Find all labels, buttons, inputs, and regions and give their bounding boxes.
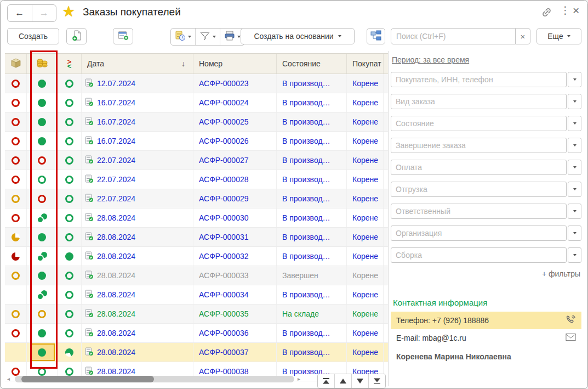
- filter-dropdown-button[interactable]: [568, 94, 581, 109]
- contact-phone-row[interactable]: Телефон: +7 (926) 188886: [391, 312, 581, 329]
- shipment-status-cell: [5, 343, 27, 362]
- filter-dropdown-button[interactable]: [568, 204, 581, 219]
- hscroll-right-arrow[interactable]: ▸: [298, 376, 300, 382]
- filter-input[interactable]: [391, 247, 567, 263]
- table-row[interactable]: 28.08.2024 АСФР-000036 В производ… Корен…: [5, 324, 388, 343]
- payment-status-icon: [38, 137, 46, 145]
- payment-status-cell: [27, 189, 58, 208]
- copy-document-button[interactable]: [66, 28, 87, 44]
- envelope-icon[interactable]: [566, 333, 576, 343]
- contact-email-row[interactable]: E-mail: mbag@1c.ru: [391, 329, 581, 347]
- filter-dropdown-button[interactable]: [568, 116, 581, 131]
- date-cell: 22.07.2024: [82, 151, 193, 170]
- shipment-status-cell: [5, 285, 27, 304]
- filter-input[interactable]: [391, 138, 567, 153]
- shipment-status-icon: [12, 252, 20, 261]
- buyer-cell: Корене: [347, 324, 384, 342]
- filter-input[interactable]: [391, 225, 567, 241]
- forward-button[interactable]: →: [32, 5, 56, 21]
- go-first-button[interactable]: [318, 374, 334, 388]
- date-cell: 28.08.2024: [82, 208, 193, 227]
- kebab-menu-icon[interactable]: ⋮: [560, 5, 570, 15]
- table-row[interactable]: 28.08.2024 АСФР-000037 В производ… Корен…: [5, 343, 388, 362]
- col-payment-header[interactable]: [27, 54, 58, 74]
- table-row[interactable]: 28.08.2024 АСФР-000030 В производ… Корен…: [5, 208, 388, 228]
- date-cell: 22.07.2024: [82, 170, 193, 189]
- filter-dropdown-button[interactable]: [568, 225, 581, 241]
- filter-dropdown-button[interactable]: [568, 160, 581, 175]
- table-row[interactable]: 16.07.2024 АСФР-000024 В производ… Корен…: [5, 93, 388, 112]
- filter-combos: [391, 72, 581, 263]
- filter-menu-button[interactable]: [195, 29, 220, 45]
- document-posted-icon: [85, 328, 94, 339]
- add-filters-link[interactable]: + фильтры: [391, 269, 580, 278]
- shipment-status-cell: [5, 247, 27, 266]
- table-row[interactable]: 28.08.2024 АСФР-000034 В производ… Корен…: [5, 285, 388, 305]
- printer-icon: [224, 31, 235, 43]
- hscrollbar-track[interactable]: [15, 376, 294, 382]
- buyer-cell: Корене: [347, 170, 384, 189]
- search-input[interactable]: [391, 28, 516, 44]
- hscroll-left-arrow[interactable]: ◂: [7, 376, 10, 382]
- postpone-menu-button[interactable]: [171, 29, 195, 45]
- col-date-header[interactable]: Дата ↓: [82, 54, 193, 74]
- filter-input[interactable]: [391, 72, 567, 87]
- col-number-header[interactable]: Номер: [193, 54, 277, 74]
- filter-input[interactable]: [391, 182, 567, 197]
- get-link-icon[interactable]: [541, 7, 552, 20]
- exchange-status-icon: [65, 291, 73, 299]
- buyer-cell: Корене: [347, 93, 384, 112]
- filter-input[interactable]: [391, 116, 567, 131]
- hscrollbar-thumb[interactable]: [21, 376, 154, 382]
- number-cell: АСФР-000030: [193, 208, 277, 227]
- payment-status-icon: [38, 368, 46, 376]
- period-link[interactable]: Период: за все время: [392, 55, 469, 64]
- create-group-button[interactable]: [113, 28, 133, 44]
- col-buyer-header[interactable]: Покупат: [347, 54, 384, 74]
- table-row[interactable]: 22.07.2024 АСФР-000029 В производ… Корен…: [5, 189, 388, 208]
- table-row[interactable]: 28.08.2024 АСФР-000033 Завершен Корене: [5, 266, 388, 285]
- related-documents-button[interactable]: [367, 28, 385, 44]
- table-row[interactable]: 16.07.2024 АСФР-000026 В производ… Корен…: [5, 132, 388, 151]
- exchange-status-cell: [58, 285, 82, 304]
- document-clock-icon: [175, 31, 186, 43]
- filter-input[interactable]: [391, 160, 567, 175]
- go-next-button[interactable]: [351, 374, 368, 388]
- filter-dropdown-button[interactable]: [568, 182, 581, 197]
- go-last-button[interactable]: [368, 374, 385, 388]
- table-row[interactable]: 16.07.2024 АСФР-000025 В производ… Корен…: [5, 112, 388, 132]
- exchange-status-cell: [58, 208, 82, 227]
- payment-status-cell: [27, 228, 58, 246]
- number-cell: АСФР-000037: [193, 343, 277, 362]
- back-button[interactable]: ←: [8, 5, 32, 21]
- filter-input[interactable]: [391, 204, 567, 219]
- table-row[interactable]: 22.07.2024 АСФР-000027 В производ… Корен…: [5, 151, 388, 170]
- col-shipment-header[interactable]: [5, 54, 27, 74]
- filter-dropdown-button[interactable]: [568, 138, 581, 153]
- exchange-status-icon: [65, 156, 73, 165]
- new-form-icon: [118, 31, 129, 42]
- col-state-header[interactable]: Состояние: [277, 54, 347, 74]
- table-row[interactable]: 28.08.2024 АСФР-000032 В производ… Корен…: [5, 247, 388, 266]
- search-clear-button[interactable]: ×: [516, 28, 530, 44]
- close-icon[interactable]: ×: [573, 4, 579, 17]
- table-row[interactable]: 28.08.2024 АСФР-000031 В производ… Корен…: [5, 228, 388, 247]
- favorite-star-icon[interactable]: ★: [62, 3, 75, 20]
- date-cell: 16.07.2024: [82, 93, 193, 112]
- table-row[interactable]: 12.07.2024 АСФР-000023 В производ… Корен…: [5, 74, 388, 93]
- filter-input[interactable]: [391, 94, 567, 109]
- filter-combo: [391, 182, 581, 197]
- create-button[interactable]: Создать: [7, 28, 59, 44]
- go-previous-button[interactable]: [334, 374, 351, 388]
- payment-status-cell: [27, 132, 58, 150]
- filter-dropdown-button[interactable]: [568, 247, 581, 263]
- col-exchange-header[interactable]: ><: [58, 54, 82, 74]
- create-on-basis-button[interactable]: Создать на основании: [241, 28, 355, 44]
- table-row[interactable]: 28.08.2024 АСФР-000035 На складе Корене: [5, 305, 388, 324]
- more-button[interactable]: Еще: [536, 28, 581, 44]
- phone-icon[interactable]: [566, 314, 576, 326]
- filter-dropdown-button[interactable]: [568, 72, 581, 87]
- document-posted-icon: [85, 347, 94, 358]
- table-row[interactable]: 22.07.2024 АСФР-000028 В производ… Корен…: [5, 170, 388, 189]
- document-posted-icon: [85, 194, 94, 204]
